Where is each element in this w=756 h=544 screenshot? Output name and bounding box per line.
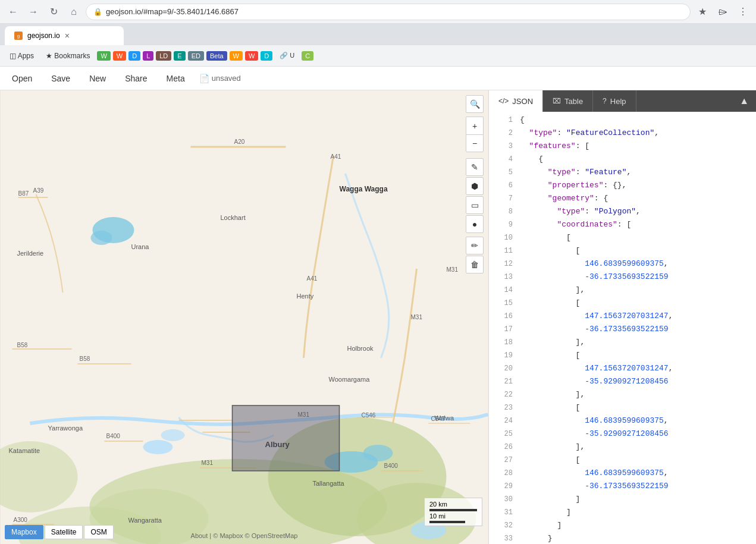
search-location-button[interactable]: 🔍	[466, 95, 484, 113]
json-line: 6 "properties": {},	[489, 180, 756, 193]
back-button[interactable]: ←	[5, 4, 21, 20]
bookmark-star[interactable]: ★	[694, 4, 711, 20]
reload-button[interactable]: ↻	[45, 4, 62, 20]
json-line: 11 [	[489, 245, 756, 258]
browser-nav: ← → ↻ ⌂ 🔒 geojson.io/#map=9/-35.8401/146…	[0, 0, 756, 24]
browser-tabs: g geojson.io ×	[0, 24, 756, 45]
zoom-out-button[interactable]: −	[466, 134, 484, 152]
line-text: [	[520, 454, 751, 467]
tab-table[interactable]: ⌧ Table	[543, 90, 593, 112]
line-text: 146.6839599609375,	[520, 467, 751, 480]
line-number: 21	[494, 376, 513, 388]
edit-features-button[interactable]: ✏	[466, 237, 484, 254]
apps-bookmark[interactable]: ◫ Apps	[5, 49, 39, 62]
svg-text:B87: B87	[18, 190, 29, 197]
draw-rectangle-button[interactable]: ▭	[466, 196, 484, 214]
line-text: {	[520, 153, 751, 166]
save-button[interactable]: Save	[46, 71, 75, 86]
bm-13[interactable]: C	[302, 51, 313, 61]
line-number: 1	[494, 115, 513, 126]
line-number: 31	[494, 507, 513, 518]
line-text: }	[520, 533, 751, 544]
line-text: 146.6839599609375,	[520, 258, 751, 271]
line-number: 12	[494, 259, 513, 270]
svg-text:Jerilderie: Jerilderie	[17, 250, 44, 257]
menu-btn[interactable]: ⋮	[735, 4, 751, 20]
new-button[interactable]: New	[84, 71, 111, 86]
line-number: 26	[494, 442, 513, 453]
json-content[interactable]: 1{2 "type": "FeatureCollection",3 "featu…	[489, 112, 756, 544]
share-button[interactable]: Share	[120, 71, 152, 86]
line-number: 8	[494, 206, 513, 218]
line-text: {	[520, 114, 751, 127]
line-text: ],	[520, 337, 751, 349]
draw-polygon-button[interactable]: ⬢	[466, 177, 484, 195]
home-button[interactable]: ⌂	[65, 4, 82, 20]
delete-features-button[interactable]: 🗑	[466, 256, 484, 273]
bm-10[interactable]: W	[245, 51, 258, 61]
line-number: 5	[494, 167, 513, 178]
draw-line-button[interactable]: ✎	[466, 158, 484, 176]
scale-display: 20 km 10 mi	[429, 501, 477, 523]
json-line: 18 ],	[489, 337, 756, 350]
mapbox-layer-button[interactable]: Mapbox	[5, 525, 43, 539]
close-tab-icon[interactable]: ×	[65, 31, 70, 40]
line-text: ]	[520, 507, 751, 519]
tab-json[interactable]: </> JSON	[489, 90, 543, 112]
tab-help[interactable]: ? Help	[593, 90, 636, 112]
svg-text:Wagga Wagga: Wagga Wagga	[340, 185, 388, 193]
line-number: 4	[494, 154, 513, 165]
svg-text:Holbrook: Holbrook	[347, 345, 374, 352]
bm-2[interactable]: W	[113, 51, 126, 61]
table-tab-label: Table	[564, 97, 583, 106]
map-area[interactable]: A20 A41 A41 M31 M31 B87 A39 B58 B58 B400…	[0, 90, 488, 544]
zoom-in-button[interactable]: +	[466, 117, 484, 134]
bm-11[interactable]: D	[261, 51, 272, 61]
document-icon: 📄	[199, 74, 209, 83]
json-line: 25 -35.92909271208456	[489, 428, 756, 441]
bm-1[interactable]: W	[97, 51, 110, 61]
browser-tab[interactable]: g geojson.io ×	[5, 26, 124, 45]
line-text: [	[520, 245, 751, 257]
json-line: 1{	[489, 114, 756, 127]
json-line: 10 [	[489, 232, 756, 245]
address-bar[interactable]: 🔒 geojson.io/#map=9/-35.8401/146.6867	[86, 4, 691, 20]
line-number: 19	[494, 350, 513, 361]
svg-point-12	[363, 445, 393, 461]
bm-5[interactable]: LD	[156, 51, 171, 61]
extensions-btn[interactable]: ⌲	[714, 4, 731, 20]
bm-8[interactable]: Beta	[206, 51, 227, 61]
line-number: 16	[494, 311, 513, 322]
bm-4[interactable]: L	[143, 51, 153, 61]
json-line: 26 ],	[489, 441, 756, 454]
json-line: 5 "type": "Feature",	[489, 166, 756, 180]
app-toolbar: Open Save New Share Meta 📄 unsaved	[0, 67, 756, 90]
line-number: 7	[494, 193, 513, 205]
bm-7[interactable]: ED	[188, 51, 204, 61]
line-number: 9	[494, 219, 513, 231]
svg-point-8	[91, 231, 112, 245]
bm-9[interactable]: W	[230, 51, 243, 61]
bm-6[interactable]: E	[174, 51, 185, 61]
bm-12[interactable]: 🔗 U	[275, 49, 299, 62]
json-line: 16 147.15637207031247,	[489, 310, 756, 323]
open-button[interactable]: Open	[7, 71, 37, 86]
panel-collapse-button[interactable]: ▲	[732, 96, 756, 106]
forward-button[interactable]: →	[25, 4, 42, 20]
line-text: "properties": {},	[520, 180, 751, 192]
json-line: 9 "coordinates": [	[489, 219, 756, 232]
bookmarks-bookmark[interactable]: ★ Bookmarks	[41, 49, 95, 62]
osm-layer-button[interactable]: OSM	[84, 525, 113, 539]
line-text: 147.15637207031247,	[520, 310, 751, 323]
json-line: 32 ]	[489, 520, 756, 533]
line-number: 27	[494, 455, 513, 466]
meta-button[interactable]: Meta	[162, 71, 190, 86]
json-line: 13 -36.17335693522159	[489, 271, 756, 284]
scale-mi-label: 10 mi	[429, 512, 477, 520]
satellite-layer-button[interactable]: Satellite	[45, 525, 83, 539]
draw-marker-button[interactable]: ●	[466, 215, 484, 233]
line-number: 13	[494, 272, 513, 283]
line-text: "type": "Polygon",	[520, 206, 751, 218]
bm-3[interactable]: D	[128, 51, 140, 61]
json-line: 15 [	[489, 297, 756, 310]
